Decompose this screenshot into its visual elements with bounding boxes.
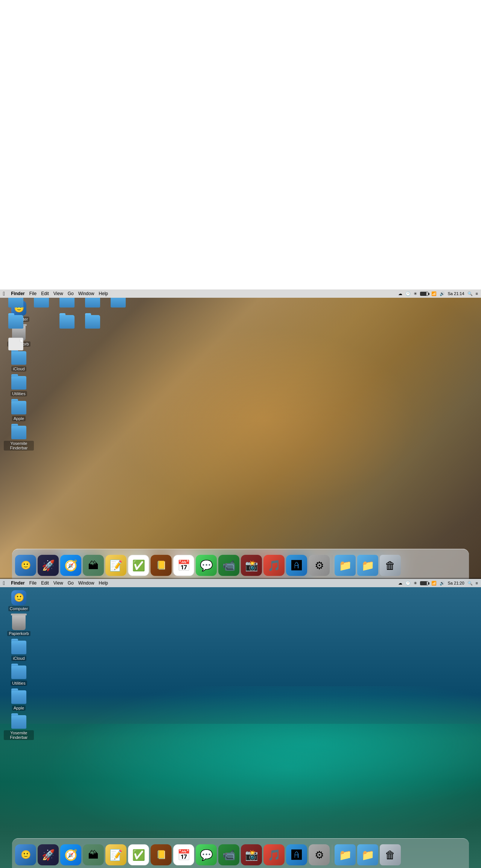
folder-utilities-3 bbox=[11, 665, 26, 680]
menu-go-3[interactable]: Go bbox=[68, 580, 74, 586]
dock-folder1-3[interactable]: 📁 bbox=[335, 844, 356, 865]
dock-safari-icon-2: 🧭 bbox=[60, 555, 81, 576]
dock-reminders-icon-2: ✅ bbox=[128, 555, 149, 576]
finder-icon-3 bbox=[11, 590, 26, 605]
menu-window-3[interactable]: Window bbox=[78, 580, 94, 586]
menu-list-icon-3[interactable]: ≡ bbox=[476, 581, 478, 585]
lion-overlay bbox=[0, 289, 481, 579]
dock-launchpad-3[interactable]: 🚀 bbox=[38, 844, 59, 865]
menu-view-3[interactable]: View bbox=[53, 580, 63, 586]
dock-photos-icon-2: 🏔 bbox=[83, 555, 104, 576]
grid-icon-xlio bbox=[59, 315, 75, 329]
dock-folder2-icon-2: 📁 bbox=[357, 555, 378, 576]
dock-photobooth-icon-3: 📸 bbox=[241, 844, 262, 865]
dock-messages-2[interactable]: 💬 bbox=[196, 555, 217, 576]
dock-trash-2[interactable]: 🗑 bbox=[380, 555, 401, 576]
dock-photos-2[interactable]: 🏔 bbox=[83, 555, 104, 576]
menu-view-2[interactable]: View bbox=[53, 291, 63, 296]
dock-addressbook-3[interactable]: 📒 bbox=[151, 844, 172, 865]
icon-label-utilities-2: Utilities bbox=[11, 391, 27, 396]
dock-facetime-2[interactable]: 📹 bbox=[218, 555, 239, 576]
dock-itunes-2[interactable]: 🎵 bbox=[263, 555, 285, 576]
dock-photobooth-icon-2: 📸 bbox=[241, 555, 262, 576]
desktop-icon-apple-3[interactable]: Apple bbox=[4, 690, 34, 711]
dock-notes-2[interactable]: 📝 bbox=[105, 555, 126, 576]
search-icon-2[interactable]: 🔍 bbox=[467, 291, 473, 296]
dock-divider-2 bbox=[332, 555, 332, 573]
dock-reminders-3[interactable]: ✅ bbox=[128, 844, 149, 865]
dock-finder-2[interactable]: 🙂 bbox=[15, 555, 36, 576]
wifi-icon-2: 📶 bbox=[431, 291, 437, 296]
dock-calendar-3[interactable]: 📅 bbox=[173, 844, 194, 865]
dock-syspref-2[interactable]: ⚙ bbox=[309, 555, 330, 576]
desktop-icon-trash-3[interactable]: Papierkorb bbox=[4, 615, 34, 636]
desktop-icon-computer-3[interactable]: Computer bbox=[4, 590, 34, 611]
icon-label-apple-3: Apple bbox=[12, 705, 26, 711]
dock-notes-3[interactable]: 📝 bbox=[105, 844, 126, 865]
menu-window-2[interactable]: Window bbox=[78, 291, 94, 296]
volume-icon-2: 🔊 bbox=[440, 291, 445, 296]
dock-notes-icon-2: 📝 bbox=[105, 555, 126, 576]
dock-messages-3[interactable]: 💬 bbox=[196, 844, 217, 865]
desktop-icon-utilities-2[interactable]: Utilities bbox=[4, 375, 34, 396]
bluetooth-icon-2: ✳ bbox=[414, 291, 417, 296]
dock-photos-3[interactable]: 🏔 bbox=[83, 844, 104, 865]
menu-file-3[interactable]: File bbox=[29, 580, 37, 586]
grid-icon-bootvl bbox=[8, 338, 23, 350]
dock-launchpad-2[interactable]: 🚀 bbox=[38, 555, 59, 576]
section-lion:  Finder File Edit View Go Window Help ☁… bbox=[0, 289, 481, 579]
menubar-right-3: ☁ 🕐 ✳ 📶 🔊 Sa 21:20 🔍 ≡ bbox=[398, 581, 478, 586]
clock-3: Sa 21:20 bbox=[448, 581, 464, 585]
icon-label-icloud-2: iCloud bbox=[11, 366, 26, 372]
menu-finder-3[interactable]: Finder bbox=[11, 580, 25, 586]
apple-menu-2[interactable]:  bbox=[3, 291, 5, 297]
menu-edit-3[interactable]: Edit bbox=[41, 580, 49, 586]
dock-appstore-3[interactable]: 🅰 bbox=[286, 844, 307, 865]
dock-messages-icon-3: 💬 bbox=[196, 844, 217, 865]
menu-help-2[interactable]: Help bbox=[99, 291, 108, 296]
dock-photobooth-2[interactable]: 📸 bbox=[241, 555, 262, 576]
menu-file-2[interactable]: File bbox=[29, 291, 37, 296]
dock-syspref-3[interactable]: ⚙ bbox=[309, 844, 330, 865]
dock-launchpad-icon-3: 🚀 bbox=[38, 844, 59, 865]
menu-finder-2[interactable]: Finder bbox=[11, 291, 25, 296]
dock-finder-icon-3: 🙂 bbox=[15, 844, 36, 865]
dock-reminders-2[interactable]: ✅ bbox=[128, 555, 149, 576]
dock-addressbook-2[interactable]: 📒 bbox=[151, 555, 172, 576]
dock-finder-3[interactable]: 🙂 bbox=[15, 844, 36, 865]
desktop-icon-icloud-3[interactable]: iCloud bbox=[4, 640, 34, 661]
menu-edit-2[interactable]: Edit bbox=[41, 291, 49, 296]
desktop-icon-yosemite-finderbar-3[interactable]: Yosemite Finderbar bbox=[4, 714, 34, 740]
wifi-icon-3: 📶 bbox=[431, 581, 437, 586]
dock-photobooth-3[interactable]: 📸 bbox=[241, 844, 262, 865]
desktop-icon-utilities-3[interactable]: Utilities bbox=[4, 665, 34, 686]
dock-reminders-icon-3: ✅ bbox=[128, 844, 149, 865]
desktop-icon-icloud-2[interactable]: iCloud bbox=[4, 350, 34, 372]
dock-folder2-3[interactable]: 📁 bbox=[357, 844, 378, 865]
dock-calendar-2[interactable]: 📅 bbox=[173, 555, 194, 576]
icon-label-yosemite-finderbar-3: Yosemite Finderbar bbox=[4, 730, 34, 740]
folder-icloud-3 bbox=[11, 640, 26, 655]
menu-list-icon-2[interactable]: ≡ bbox=[476, 291, 478, 296]
desktop-icon-apple-2[interactable]: Apple bbox=[4, 400, 34, 421]
volume-icon-3: 🔊 bbox=[440, 581, 445, 586]
dock-trash-3[interactable]: 🗑 bbox=[380, 844, 401, 865]
dock-itunes-3[interactable]: 🎵 bbox=[263, 844, 285, 865]
dock-folder1-icon-3: 📁 bbox=[335, 844, 356, 865]
menu-go-2[interactable]: Go bbox=[68, 291, 74, 296]
dock-appstore-2[interactable]: 🅰 bbox=[286, 555, 307, 576]
icon-label-apple-2: Apple bbox=[12, 416, 26, 421]
dock-facetime-3[interactable]: 📹 bbox=[218, 844, 239, 865]
dock-folder2-2[interactable]: 📁 bbox=[357, 555, 378, 576]
apple-menu-3[interactable]:  bbox=[3, 580, 5, 586]
menubar-left-3:  Finder File Edit View Go Window Help bbox=[3, 580, 398, 586]
menu-help-3[interactable]: Help bbox=[99, 580, 108, 586]
clock-2: Sa 21:14 bbox=[448, 291, 464, 296]
folder-apple-3 bbox=[11, 690, 26, 705]
icon-label-utilities-3: Utilities bbox=[11, 681, 27, 686]
dock-folder1-2[interactable]: 📁 bbox=[335, 555, 356, 576]
dock-safari-2[interactable]: 🧭 bbox=[60, 555, 81, 576]
dock-safari-3[interactable]: 🧭 bbox=[60, 844, 81, 865]
search-icon-3[interactable]: 🔍 bbox=[467, 581, 473, 586]
desktop-icon-yosemite-finderbar-2[interactable]: Yosemite Finderbar bbox=[4, 425, 34, 451]
